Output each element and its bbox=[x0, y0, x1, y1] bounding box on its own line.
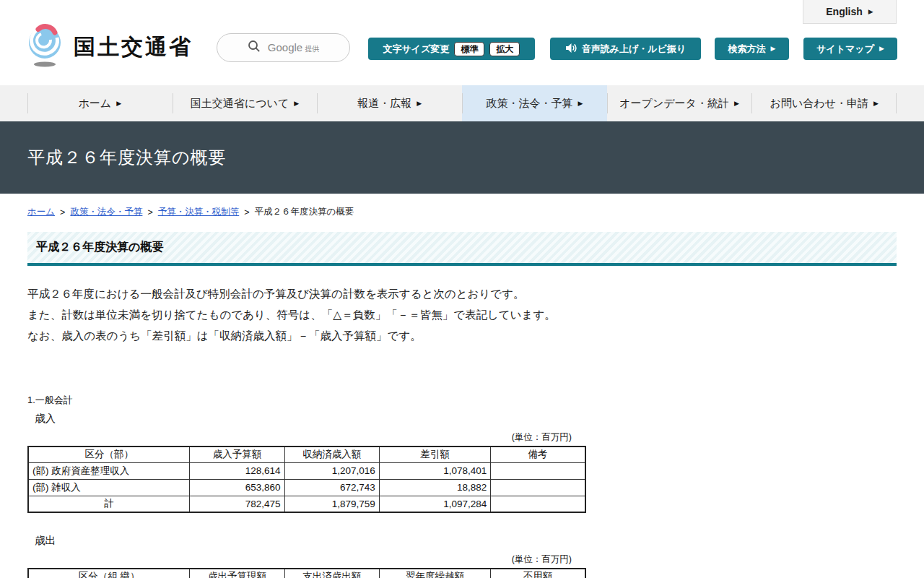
nav-item-press[interactable]: 報道・広報 ▶ bbox=[317, 85, 462, 121]
expenditure-unit-label: (単位：百万円) bbox=[27, 553, 586, 566]
cell-value bbox=[491, 479, 585, 496]
cell-value: 1,097,284 bbox=[379, 496, 490, 512]
search-icon bbox=[248, 40, 261, 56]
income-unit-label: (単位：百万円) bbox=[27, 431, 586, 444]
expenditure-subtitle: 歳出 bbox=[27, 534, 897, 548]
cell-value bbox=[491, 496, 585, 512]
table-row: (部) 政府資産整理収入 128,614 1,207,016 1,078,401 bbox=[28, 462, 585, 479]
sitemap-button[interactable]: サイトマップ ▶ bbox=[803, 38, 897, 60]
column-header: 支出済歳出額 bbox=[284, 569, 379, 578]
intro-line: なお、歳入の表のうち「差引額」は「収納済歳入額」－「歳入予算額」です。 bbox=[27, 325, 897, 346]
column-header: 翌年度繰越額 bbox=[379, 569, 490, 578]
breadcrumb-link-policy[interactable]: 政策・法令・予算 bbox=[70, 206, 142, 218]
tts-button[interactable]: 音声読み上げ・ルビ振り bbox=[550, 38, 701, 60]
breadcrumb-current: 平成２６年度決算の概要 bbox=[255, 206, 354, 218]
section-heading: 平成２６年度決算の概要 bbox=[27, 232, 897, 266]
site-header: 国土交通省 Google提供 English ▶ 文字サイズ変更 標準 拡大 音… bbox=[0, 0, 924, 85]
chevron-right-icon: ▶ bbox=[879, 46, 884, 52]
font-size-large-button[interactable]: 拡大 bbox=[489, 42, 520, 56]
font-size-standard-button[interactable]: 標準 bbox=[454, 42, 484, 56]
expenditure-table: 区分（組 織） 歳出予算現額 支出済歳出額 翌年度繰越額 不用額 国土交通本省 … bbox=[27, 568, 586, 578]
cell-value: 128,614 bbox=[190, 462, 284, 479]
cell-value: 1,207,016 bbox=[284, 462, 379, 479]
column-header: 不用額 bbox=[491, 569, 585, 578]
font-size-control: 文字サイズ変更 標準 拡大 bbox=[368, 38, 535, 60]
chevron-right-icon: ▶ bbox=[116, 100, 121, 107]
cell-value: 672,743 bbox=[284, 479, 379, 496]
chevron-right-icon: ▶ bbox=[417, 100, 422, 107]
search-input[interactable]: Google提供 bbox=[217, 33, 350, 62]
nav-item-policy[interactable]: 政策・法令・予算 ▶ bbox=[462, 85, 607, 121]
column-header: 歳入予算額 bbox=[190, 447, 284, 462]
speaker-icon bbox=[565, 43, 577, 56]
row-label: (部) 政府資産整理収入 bbox=[28, 462, 190, 479]
search-method-button[interactable]: 検索方法 ▶ bbox=[715, 38, 789, 60]
column-header: 差引額 bbox=[379, 447, 490, 462]
row-label: 計 bbox=[28, 496, 190, 512]
table-row: (部) 雑収入 653,860 672,743 18,882 bbox=[28, 479, 585, 496]
page-title-banner: 平成２６年度決算の概要 bbox=[0, 121, 924, 194]
cell-value: 18,882 bbox=[379, 479, 490, 496]
intro-line: また、計数は単位未満を切り捨てたものであり、符号は、「△＝負数」「－＝皆無」で表… bbox=[27, 304, 897, 325]
nav-item-contact[interactable]: お問い合わせ・申請 ▶ bbox=[751, 85, 897, 121]
breadcrumb-separator: > bbox=[244, 207, 249, 217]
breadcrumb: ホーム > 政策・法令・予算 > 予算・決算・税制等 > 平成２６年度決算の概要 bbox=[0, 194, 924, 218]
breadcrumb-link-budget[interactable]: 予算・決算・税制等 bbox=[158, 206, 240, 218]
chevron-right-icon: ▶ bbox=[771, 46, 776, 52]
site-logo[interactable]: 国土交通省 bbox=[26, 23, 193, 71]
intro-line: 平成２６年度における一般会計及び特別会計の予算及び決算の計数を表示すると次のとお… bbox=[27, 283, 897, 304]
english-button[interactable]: English ▶ bbox=[803, 0, 897, 24]
table-row-total: 計 782,475 1,879,759 1,097,284 bbox=[28, 496, 585, 512]
column-header: 区分（部） bbox=[28, 447, 190, 462]
cell-value: 1,879,759 bbox=[284, 496, 379, 512]
breadcrumb-link-home[interactable]: ホーム bbox=[27, 206, 55, 218]
cell-value bbox=[491, 462, 585, 479]
column-header: 備考 bbox=[491, 447, 585, 462]
nav-item-home[interactable]: ホーム ▶ bbox=[27, 85, 173, 121]
chevron-right-icon: ▶ bbox=[294, 100, 299, 107]
general-account-title: 1.一般会計 bbox=[27, 394, 897, 407]
breadcrumb-separator: > bbox=[60, 207, 65, 217]
chevron-right-icon: ▶ bbox=[734, 100, 739, 107]
expenditure-section: 歳出 (単位：百万円) 区分（組 織） 歳出予算現額 支出済歳出額 翌年度繰越額… bbox=[0, 534, 924, 578]
expenditure-table-header-row: 区分（組 織） 歳出予算現額 支出済歳出額 翌年度繰越額 不用額 bbox=[28, 569, 585, 578]
page-title: 平成２６年度決算の概要 bbox=[27, 146, 227, 169]
breadcrumb-separator: > bbox=[147, 207, 152, 217]
column-header: 区分（組 織） bbox=[28, 569, 190, 578]
nav-item-opendata[interactable]: オープンデータ・統計 ▶ bbox=[607, 85, 752, 121]
global-nav: ホーム ▶ 国土交通省について ▶ 報道・広報 ▶ 政策・法令・予算 ▶ オープ… bbox=[0, 85, 924, 121]
chevron-right-icon: ▶ bbox=[868, 9, 873, 15]
income-table-header-row: 区分（部） 歳入予算額 収納済歳入額 差引額 備考 bbox=[28, 447, 585, 462]
row-label: (部) 雑収入 bbox=[28, 479, 190, 496]
column-header: 収納済歳入額 bbox=[284, 447, 379, 462]
cell-value: 1,078,401 bbox=[379, 462, 490, 479]
income-table: 区分（部） 歳入予算額 収納済歳入額 差引額 備考 (部) 政府資産整理収入 1… bbox=[27, 446, 586, 513]
income-subtitle: 歳入 bbox=[27, 412, 897, 426]
intro-text: 平成２６年度における一般会計及び特別会計の予算及び決算の計数を表示すると次のとお… bbox=[27, 283, 897, 346]
chevron-right-icon: ▶ bbox=[873, 100, 879, 107]
mlit-logo-icon bbox=[26, 23, 65, 71]
column-header: 歳出予算現額 bbox=[190, 569, 284, 578]
chevron-right-icon: ▶ bbox=[578, 100, 583, 107]
nav-item-about[interactable]: 国土交通省について ▶ bbox=[173, 85, 318, 121]
search-watermark: Google提供 bbox=[268, 41, 319, 54]
site-name: 国土交通省 bbox=[74, 33, 193, 62]
cell-value: 653,860 bbox=[190, 479, 284, 496]
cell-value: 782,475 bbox=[190, 496, 284, 512]
